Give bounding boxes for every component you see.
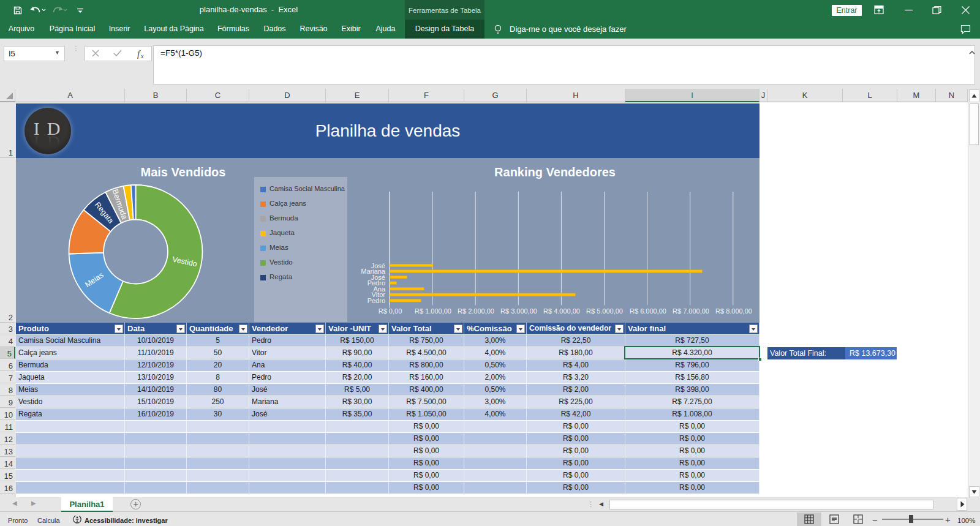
- svg-text:Pedro: Pedro: [368, 297, 385, 304]
- svg-text:R$ 8.000,00: R$ 8.000,00: [715, 307, 752, 315]
- svg-text:R$ 5.000,00: R$ 5.000,00: [586, 307, 623, 315]
- svg-text:R$ 1.000,00: R$ 1.000,00: [415, 307, 451, 315]
- svg-text:R$ 4.000,00: R$ 4.000,00: [543, 307, 580, 315]
- svg-text:x: x: [140, 53, 144, 59]
- svg-text:R$ 7.000,00: R$ 7.000,00: [673, 307, 709, 315]
- svg-text:R$ 3.000,00: R$ 3.000,00: [500, 307, 537, 315]
- svg-text:R$ 2.000,00: R$ 2.000,00: [458, 307, 494, 315]
- svg-text:R$ 0,00: R$ 0,00: [379, 307, 402, 315]
- svg-text:R$ 6.000,00: R$ 6.000,00: [630, 307, 666, 315]
